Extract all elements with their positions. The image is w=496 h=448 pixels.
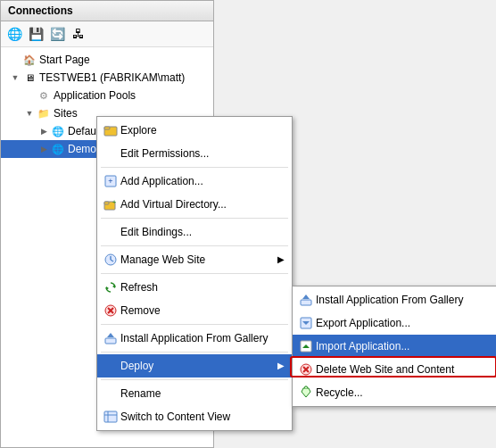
tree-label-server: TESTWEB1 (FABRIKAM\matt) <box>39 70 185 86</box>
save-icon: 💾 <box>29 27 44 41</box>
svg-marker-21 <box>302 295 310 299</box>
refresh-toolbar-button[interactable]: 🔄 <box>47 24 67 44</box>
save-button[interactable]: 💾 <box>26 24 45 44</box>
menu-item-explore[interactable]: Explore <box>97 119 292 142</box>
tree-label-sites: Sites <box>54 105 78 121</box>
sub-delete-icon <box>296 361 316 378</box>
menu-item-add-virtual-dir[interactable]: + Add Virtual Directory... <box>97 193 292 216</box>
submenu-label-delete-web: Delete Web Site and Content <box>316 361 454 378</box>
globe-icon-demosite: 🌐 <box>51 142 65 156</box>
separator-3 <box>101 245 288 246</box>
svg-rect-5 <box>104 202 109 204</box>
add-vdir-icon: + <box>101 195 120 213</box>
menu-label-manage-web-site: Manage Web Site <box>120 251 277 269</box>
panel-header: Connections <box>1 1 213 21</box>
separator-5 <box>101 324 288 325</box>
svg-rect-20 <box>301 300 311 305</box>
back-button[interactable]: 🌐 <box>4 24 24 44</box>
install-gallery-icon <box>101 329 120 347</box>
network-icon: 🖧 <box>72 27 85 41</box>
no-icon-2 <box>101 223 120 241</box>
manage-icon <box>101 251 120 269</box>
menu-label-refresh: Refresh <box>120 278 285 296</box>
submenu-item-recycle[interactable]: Recycle... <box>293 381 496 404</box>
svg-rect-1 <box>104 127 110 129</box>
context-menu: Explore Edit Permissions... + Add Applic… <box>96 116 293 431</box>
svg-rect-15 <box>105 338 116 344</box>
svg-text:+: + <box>112 198 117 206</box>
home-icon: 🏠 <box>22 53 37 67</box>
menu-item-refresh[interactable]: Refresh <box>97 276 292 299</box>
toolbar: 🌐 💾 🔄 🖧 <box>1 21 213 47</box>
network-button[interactable]: 🖧 <box>69 24 88 44</box>
no-icon <box>101 145 120 162</box>
tree-label-app-pools: Application Pools <box>54 87 136 104</box>
explore-icon <box>101 121 120 139</box>
deploy-icon <box>101 357 120 375</box>
menu-item-rename[interactable]: Rename <box>97 382 292 405</box>
expand-icon-server: ▼ <box>8 71 22 85</box>
separator-2 <box>101 218 288 219</box>
menu-item-edit-bindings[interactable]: Edit Bindings... <box>97 220 292 244</box>
separator-6 <box>101 352 288 353</box>
submenu-item-import-app[interactable]: Import Application... <box>293 335 496 358</box>
panel-title: Connections <box>8 4 73 17</box>
sub-recycle-icon <box>296 384 316 402</box>
menu-label-remove: Remove <box>120 302 285 319</box>
server-icon: 🖥 <box>22 71 37 85</box>
sites-folder-icon: 📁 <box>37 106 51 120</box>
submenu-item-export-app[interactable]: Export Application... <box>293 311 496 335</box>
menu-label-switch-content-view: Switch to Content View <box>120 408 285 426</box>
submenu-label-install-gallery: Install Application From Gallery <box>316 291 463 309</box>
expand-icon-sites: ▼ <box>22 106 37 120</box>
sub-import-icon <box>296 337 316 355</box>
menu-item-add-application[interactable]: + Add Application... <box>97 170 292 193</box>
menu-label-install-gallery: Install Application From Gallery <box>120 329 285 347</box>
refresh-menu-icon <box>101 278 120 296</box>
svg-marker-10 <box>112 285 115 288</box>
svg-marker-16 <box>107 333 114 337</box>
tree-item-start-page[interactable]: 🏠 Start Page <box>1 51 213 69</box>
remove-icon <box>101 302 120 319</box>
submenu-item-install-gallery[interactable]: Install Application From Gallery <box>293 288 496 311</box>
menu-item-remove[interactable]: Remove <box>97 299 292 322</box>
expand-icon-default: ▶ <box>37 124 51 138</box>
content-view-icon <box>101 408 120 426</box>
tree-item-server[interactable]: ▼ 🖥 TESTWEB1 (FABRIKAM\matt) <box>1 69 213 87</box>
submenu-item-delete-web[interactable]: Delete Web Site and Content <box>293 358 496 381</box>
menu-item-manage-web-site[interactable]: Manage Web Site ▶ <box>97 248 292 271</box>
separator-4 <box>101 273 288 274</box>
menu-label-add-application: Add Application... <box>120 172 285 190</box>
deploy-submenu-arrow: ▶ <box>277 357 285 375</box>
menu-label-edit-bindings: Edit Bindings... <box>120 223 285 241</box>
expand-icon-demosite: ▶ <box>37 142 51 156</box>
globe-icon: 🌐 <box>7 27 22 41</box>
submenu-label-export-app: Export Application... <box>316 314 410 332</box>
menu-label-edit-permissions: Edit Permissions... <box>120 145 285 162</box>
sub-install-gallery-icon <box>296 291 316 309</box>
svg-text:+: + <box>108 177 112 186</box>
menu-item-deploy[interactable]: Deploy ▶ <box>97 354 292 377</box>
add-app-icon: + <box>101 172 120 190</box>
menu-label-deploy: Deploy <box>120 357 277 375</box>
menu-item-edit-permissions[interactable]: Edit Permissions... <box>97 142 292 165</box>
submenu-label-import-app: Import Application... <box>316 337 409 355</box>
menu-item-install-gallery[interactable]: Install Application From Gallery <box>97 327 292 350</box>
deploy-submenu: Install Application From Gallery Export … <box>292 286 496 407</box>
tree-label-start-page: Start Page <box>39 52 90 68</box>
submenu-label-recycle: Recycle... <box>316 384 363 402</box>
menu-label-rename: Rename <box>120 385 285 402</box>
no-icon-rename <box>101 385 120 402</box>
expand-icon-pools <box>22 88 37 103</box>
submenu-arrow: ▶ <box>277 251 285 269</box>
menu-item-switch-content-view[interactable]: Switch to Content View <box>97 405 292 428</box>
globe-icon-default: 🌐 <box>51 124 65 138</box>
svg-marker-11 <box>106 286 109 290</box>
separator-1 <box>101 167 288 168</box>
separator-7 <box>101 379 288 380</box>
svg-rect-17 <box>104 411 117 422</box>
gear-icon: ⚙ <box>37 88 51 103</box>
tree-item-app-pools[interactable]: ⚙ Application Pools <box>1 87 213 104</box>
menu-label-add-virtual-dir: Add Virtual Directory... <box>120 195 285 213</box>
expand-icon <box>8 53 22 67</box>
